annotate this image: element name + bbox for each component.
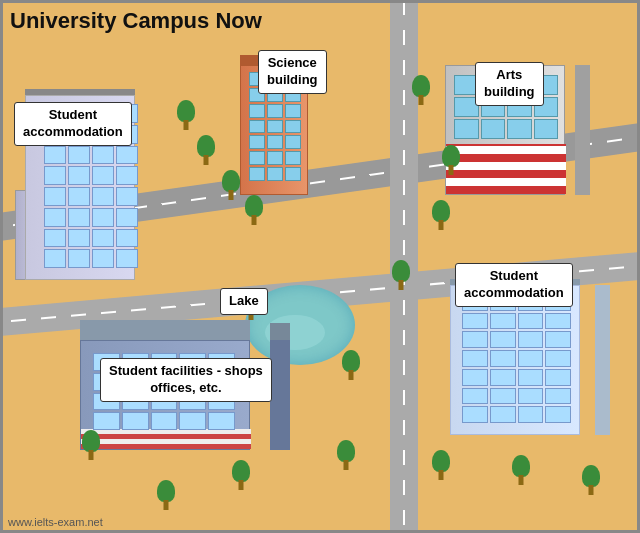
- tree-2: [195, 135, 217, 169]
- tree-1: [175, 100, 197, 134]
- label-student-accommodation-left: Student accommodation: [14, 102, 132, 146]
- tree-15: [580, 465, 602, 499]
- label-student-accommodation-right: Student accommodation: [455, 263, 573, 307]
- tree-14: [230, 460, 252, 494]
- campus-map: University Campus Now: [0, 0, 640, 533]
- tree-13: [510, 455, 532, 489]
- label-arts-building: Arts building: [475, 62, 544, 106]
- page-title: University Campus Now: [10, 8, 262, 34]
- tree-7: [390, 260, 412, 294]
- tree-17: [440, 145, 462, 179]
- tree-12: [430, 450, 452, 484]
- tree-3: [410, 75, 432, 109]
- tree-16: [155, 480, 177, 514]
- label-student-facilities: Student facilities - shops offices, etc.: [100, 358, 272, 402]
- watermark: www.ielts-exam.net: [8, 516, 103, 528]
- tree-5: [243, 195, 265, 229]
- label-science-building: Science building: [258, 50, 327, 94]
- tree-9: [340, 350, 362, 384]
- tree-4: [220, 170, 242, 204]
- tree-11: [335, 440, 357, 474]
- tree-6: [430, 200, 452, 234]
- label-lake: Lake: [220, 288, 268, 315]
- tree-10: [80, 430, 102, 464]
